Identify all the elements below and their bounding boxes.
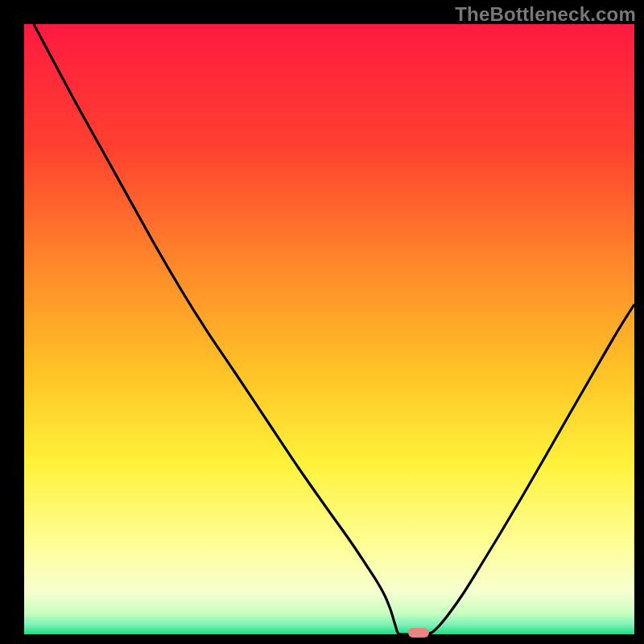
watermark-label: TheBottleneck.com	[455, 3, 636, 26]
chart-root: TheBottleneck.com	[0, 0, 644, 644]
bottleneck-chart	[0, 0, 644, 644]
plot-background	[24, 24, 634, 634]
optimal-zone-pill	[408, 628, 429, 638]
